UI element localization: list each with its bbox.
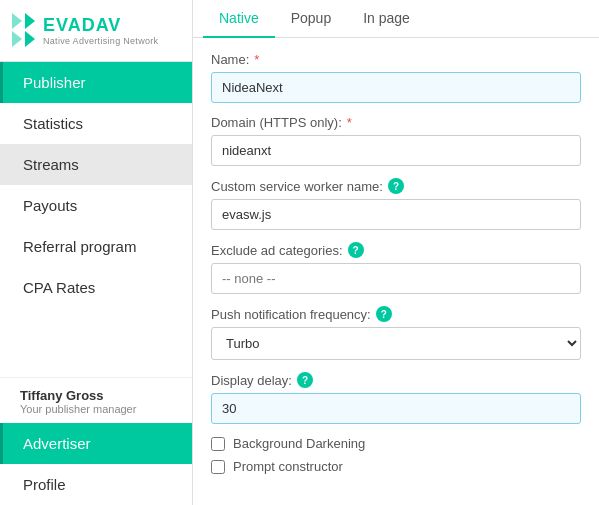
prompt-group: Prompt constructor [211, 459, 581, 474]
exclude-help-icon[interactable]: ? [348, 242, 364, 258]
manager-section: Tiffany Gross Your publisher manager [0, 377, 192, 423]
delay-label: Display delay: ? [211, 372, 581, 388]
frequency-label: Push notification frequency: ? [211, 306, 581, 322]
worker-group: Custom service worker name: ? [211, 178, 581, 230]
sidebar-item-advertiser[interactable]: Advertiser [0, 423, 192, 464]
exclude-input[interactable] [211, 263, 581, 294]
delay-group: Display delay: ? [211, 372, 581, 424]
frequency-group: Push notification frequency: ? Turbo Hig… [211, 306, 581, 360]
logo-area: EVADAV Native Advertising Network [0, 0, 192, 62]
worker-help-icon[interactable]: ? [388, 178, 404, 194]
bg-darkening-checkbox[interactable] [211, 437, 225, 451]
tab-inpage[interactable]: In page [347, 0, 426, 38]
name-input[interactable] [211, 72, 581, 103]
exclude-group: Exclude ad categories: ? [211, 242, 581, 294]
frequency-select[interactable]: Turbo High Medium Low [211, 327, 581, 360]
logo-icon [12, 13, 35, 49]
sidebar-item-payouts[interactable]: Payouts [0, 185, 192, 226]
sidebar-item-statistics[interactable]: Statistics [0, 103, 192, 144]
sidebar-item-cpa[interactable]: CPA Rates [0, 267, 192, 308]
manager-name: Tiffany Gross [20, 388, 172, 403]
logo-text: EVADAV Native Advertising Network [43, 15, 158, 46]
sidebar-item-referral[interactable]: Referral program [0, 226, 192, 267]
manager-role: Your publisher manager [20, 403, 172, 415]
name-label: Name: * [211, 52, 581, 67]
delay-input[interactable] [211, 393, 581, 424]
worker-label: Custom service worker name: ? [211, 178, 581, 194]
sidebar: EVADAV Native Advertising Network Publis… [0, 0, 193, 505]
main-nav: Publisher Statistics Streams Payouts Ref… [0, 62, 192, 308]
bg-darkening-group: Background Darkening [211, 436, 581, 451]
form-content: Name: * Domain (HTTPS only): * Custom se… [193, 38, 599, 496]
bg-darkening-label[interactable]: Background Darkening [233, 436, 365, 451]
sidebar-item-publisher[interactable]: Publisher [0, 62, 192, 103]
exclude-label: Exclude ad categories: ? [211, 242, 581, 258]
tab-native[interactable]: Native [203, 0, 275, 38]
frequency-help-icon[interactable]: ? [376, 306, 392, 322]
name-group: Name: * [211, 52, 581, 103]
prompt-checkbox[interactable] [211, 460, 225, 474]
logo-title: EVADAV [43, 15, 158, 36]
domain-group: Domain (HTTPS only): * [211, 115, 581, 166]
tab-popup[interactable]: Popup [275, 0, 347, 38]
main-content: Native Popup In page Name: * Domain (HTT… [193, 0, 599, 505]
sidebar-item-streams[interactable]: Streams [0, 144, 192, 185]
delay-help-icon[interactable]: ? [297, 372, 313, 388]
worker-input[interactable] [211, 199, 581, 230]
sidebar-item-profile[interactable]: Profile [0, 464, 192, 505]
domain-label: Domain (HTTPS only): * [211, 115, 581, 130]
domain-input[interactable] [211, 135, 581, 166]
logo-subtitle: Native Advertising Network [43, 36, 158, 46]
tab-bar: Native Popup In page [193, 0, 599, 38]
prompt-label[interactable]: Prompt constructor [233, 459, 343, 474]
